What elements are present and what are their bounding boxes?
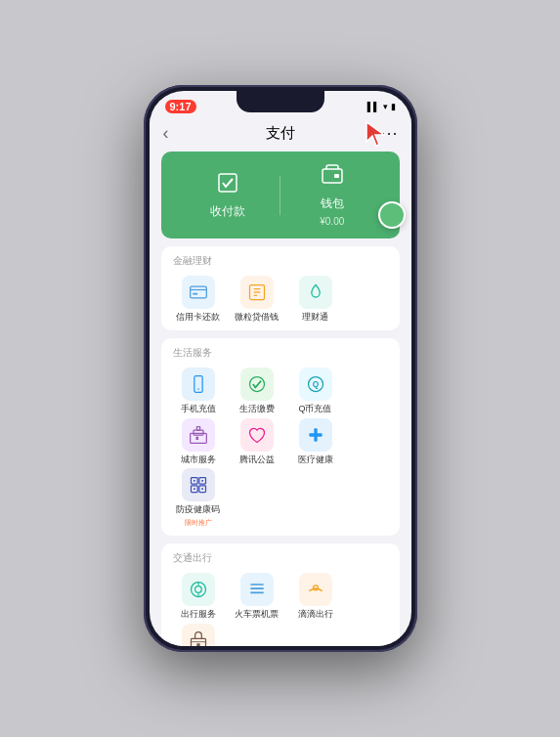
qcoin-label: Q币充值 [298, 404, 331, 414]
didi-label: 滴滴出行 [298, 609, 333, 620]
transport-title: 交通出行 [171, 551, 390, 565]
svg-rect-11 [194, 375, 201, 392]
health-label: 医疗健康 [298, 455, 333, 465]
svg-rect-21 [309, 433, 322, 436]
svg-point-31 [194, 586, 201, 593]
life-section: 生活服务 手机充值 [161, 338, 400, 536]
receive-payment-item[interactable]: 收付款 [177, 171, 280, 220]
status-icons: ▌▌ ▾ ▮ [367, 102, 396, 111]
covid-item[interactable]: 防疫健康码 限时推广 [171, 468, 226, 528]
svg-rect-19 [195, 436, 198, 439]
credit-icon [182, 276, 215, 309]
didi-item[interactable]: 滴滴出行 [288, 573, 343, 620]
life-items: 手机充值 生活缴费 [171, 368, 390, 528]
wallet-icon [321, 163, 344, 192]
payment-banner: 收付款 钱包 ¥0.00 [161, 152, 400, 238]
svg-point-13 [249, 376, 264, 391]
city-icon [182, 418, 215, 452]
city-service-item[interactable]: 城市服务 [171, 418, 226, 465]
phone-icon [182, 368, 215, 401]
city-label: 城市服务 [181, 455, 216, 465]
svg-rect-3 [334, 174, 339, 178]
didi-icon [299, 573, 332, 606]
covid-sub: 限时推广 [185, 518, 212, 528]
svg-rect-4 [190, 286, 206, 298]
svg-rect-17 [194, 430, 203, 435]
covid-label: 防疫健康码 [176, 504, 220, 515]
trip-label: 出行服务 [181, 609, 216, 620]
svg-point-12 [197, 388, 199, 390]
svg-rect-6 [193, 293, 197, 295]
svg-rect-26 [194, 480, 195, 482]
svg-text:Q: Q [312, 379, 319, 389]
back-button[interactable]: ‹ [163, 123, 187, 144]
life-title: 生活服务 [171, 346, 390, 360]
scroll-area[interactable]: 收付款 钱包 ¥0.00 [150, 152, 411, 646]
finance-section: 金融理财 信用卡还款 [161, 246, 400, 330]
svg-rect-27 [201, 480, 203, 482]
qcoin-icon: Q [299, 368, 332, 401]
phone-label: 手机充值 [181, 404, 216, 414]
health-item[interactable]: 医疗健康 [288, 418, 343, 465]
svg-rect-29 [201, 489, 203, 491]
life-pay-item[interactable]: 生活缴费 [230, 368, 284, 414]
loan-label: 微粒贷借钱 [235, 312, 279, 323]
signal-icon: ▌▌ [367, 102, 380, 111]
credit-card-item[interactable]: 信用卡还款 [171, 276, 226, 323]
receive-icon [216, 171, 239, 199]
wifi-icon: ▾ [383, 102, 388, 111]
svg-rect-40 [196, 643, 199, 646]
hotel-icon [182, 624, 215, 646]
trip-item[interactable]: 出行服务 [171, 573, 226, 620]
invest-label: 理财通 [302, 312, 328, 323]
receive-label: 收付款 [210, 203, 245, 220]
top-bar: ‹ 支付 ⋯ [150, 118, 411, 152]
hotel-item[interactable]: 酒店 [171, 624, 226, 646]
charity-item[interactable]: 腾讯公益 [230, 418, 284, 465]
charity-label: 腾讯公益 [239, 455, 275, 465]
qcoin-item[interactable]: Q Q币充值 [288, 368, 343, 414]
phone-device: 9:17 ▌▌ ▾ ▮ ‹ 支付 ⋯ [144, 85, 417, 652]
lifepay-icon [240, 368, 274, 401]
credit-label: 信用卡还款 [176, 312, 220, 323]
invest-item[interactable]: 理财通 [288, 276, 343, 323]
page-title: 支付 [187, 124, 374, 143]
health-icon [299, 418, 332, 452]
train-item[interactable]: 火车票机票 [230, 573, 284, 620]
transport-section: 交通出行 出行服务 [161, 543, 400, 646]
loan-item[interactable]: 微粒贷借钱 [230, 276, 284, 323]
train-label: 火车票机票 [235, 609, 279, 620]
finance-title: 金融理财 [171, 254, 390, 268]
covid-icon [182, 468, 215, 501]
svg-rect-1 [219, 174, 237, 192]
charity-icon [240, 418, 274, 452]
float-circle [378, 201, 406, 229]
invest-icon [299, 276, 332, 309]
train-icon [240, 573, 274, 606]
phone-screen: 9:17 ▌▌ ▾ ▮ ‹ 支付 ⋯ [150, 91, 411, 646]
wallet-item[interactable]: 钱包 ¥0.00 [280, 163, 384, 227]
phone-recharge-item[interactable]: 手机充值 [171, 368, 226, 414]
battery-icon: ▮ [391, 102, 396, 111]
wallet-label: 钱包 [321, 195, 344, 212]
more-button[interactable]: ⋯ [374, 122, 398, 144]
wallet-balance: ¥0.00 [320, 216, 344, 227]
status-time: 9:17 [165, 100, 196, 113]
transport-items: 出行服务 火车票机票 [171, 573, 390, 646]
notch [237, 91, 324, 112]
svg-rect-18 [196, 426, 199, 429]
finance-items: 信用卡还款 微粒贷借钱 [171, 276, 390, 323]
svg-rect-28 [194, 489, 195, 491]
loan-icon [240, 276, 274, 309]
trip-icon [182, 573, 215, 606]
lifepay-label: 生活缴费 [239, 404, 275, 414]
